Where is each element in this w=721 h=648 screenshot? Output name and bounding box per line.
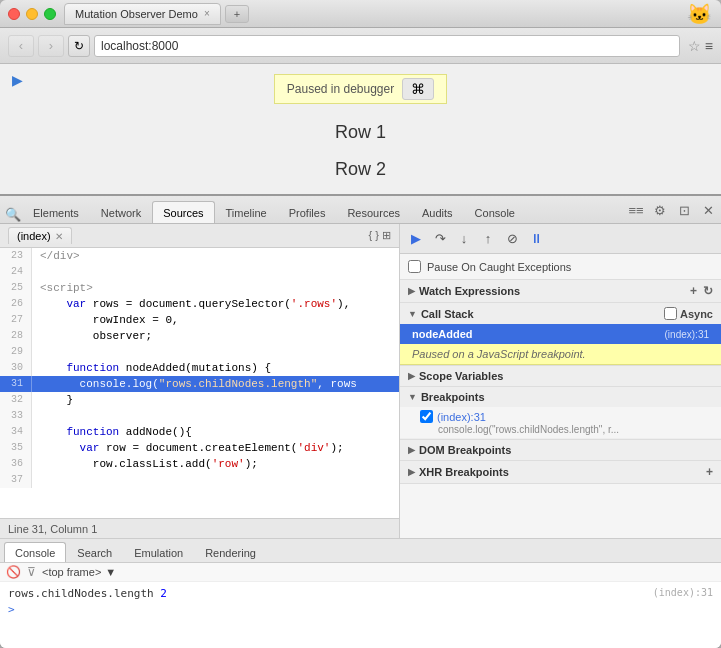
breakpoint-checkbox[interactable] xyxy=(420,410,433,423)
sources-file-tabbar: (index) ✕ { } ⊞ xyxy=(0,224,399,248)
breakpoints-header[interactable]: ▼ Breakpoints xyxy=(400,387,721,407)
debugger-notification: Paused in debugger ⌘ xyxy=(274,74,447,104)
code-line-23: 23 </div> xyxy=(0,248,399,264)
console-filter-icon[interactable]: ⊽ xyxy=(27,565,36,579)
scope-variables-header[interactable]: ▶ Scope Variables xyxy=(400,366,721,386)
url-text: localhost:8000 xyxy=(101,39,178,53)
file-tab-index[interactable]: (index) ✕ xyxy=(8,227,72,244)
dom-breakpoints-section: ▶ DOM Breakpoints xyxy=(400,440,721,461)
frame-dropdown-icon[interactable]: ▼ xyxy=(105,566,116,578)
frame-selector: <top frame> ▼ xyxy=(42,566,116,578)
step-into-button[interactable]: ↓ xyxy=(454,229,474,249)
debugger-sections: Pause On Caught Exceptions ▶ Watch Expre… xyxy=(400,254,721,538)
tab-console[interactable]: Console xyxy=(464,201,526,223)
debugger-message: Paused in debugger xyxy=(287,82,394,96)
breakpoint-item-31: (index):31 console.log("rows.childNodes.… xyxy=(400,407,721,439)
breakpoint-label: (index):31 xyxy=(437,411,486,423)
forward-button[interactable]: › xyxy=(38,35,64,57)
code-editor[interactable]: 23 </div> 24 25 <script> 26 var rows = d… xyxy=(0,248,399,518)
refresh-button[interactable]: ↻ xyxy=(68,35,90,57)
watch-expressions-label: Watch Expressions xyxy=(419,285,520,297)
settings-icon[interactable]: ⚙ xyxy=(651,201,669,219)
clear-console-button[interactable]: 🚫 xyxy=(6,565,21,579)
console-tab-rendering[interactable]: Rendering xyxy=(194,542,267,562)
scope-variables-label: Scope Variables xyxy=(419,370,503,382)
resume-execution-button[interactable]: ▶ xyxy=(406,229,426,249)
xhr-bp-arrow: ▶ xyxy=(408,467,415,477)
code-line-34: 34 function addNode(){ xyxy=(0,424,399,440)
back-icon: ‹ xyxy=(19,38,23,53)
code-line-37: 37 xyxy=(0,472,399,488)
tab-close-button[interactable]: × xyxy=(204,8,210,19)
breakpoints-arrow: ▼ xyxy=(408,392,417,402)
file-search-icon[interactable]: ⊞ xyxy=(382,229,391,242)
console-tab-emulation[interactable]: Emulation xyxy=(123,542,194,562)
back-button[interactable]: ‹ xyxy=(8,35,34,57)
close-button[interactable] xyxy=(8,8,20,20)
step-out-button[interactable]: ↑ xyxy=(478,229,498,249)
debug-toolbar: ▶ ↷ ↓ ↑ ⊘ ⏸ xyxy=(400,224,721,254)
cursor-position: Line 31, Column 1 xyxy=(8,523,97,535)
console-tab-console[interactable]: Console xyxy=(4,542,66,562)
customize-devtools-icon[interactable]: ≡≡ xyxy=(627,201,645,219)
xhr-breakpoints-label: XHR Breakpoints xyxy=(419,466,509,478)
resume-button[interactable]: ⌘ xyxy=(402,78,434,100)
devtools-toolbar-icons: ≡≡ ⚙ ⊡ ✕ xyxy=(627,201,717,223)
sources-panel: (index) ✕ { } ⊞ 23 </div> 24 xyxy=(0,224,400,538)
dom-breakpoints-header[interactable]: ▶ DOM Breakpoints xyxy=(400,440,721,460)
tab-sources[interactable]: Sources xyxy=(152,201,214,223)
tab-title: Mutation Observer Demo xyxy=(75,8,198,20)
close-devtools-icon[interactable]: ✕ xyxy=(699,201,717,219)
watch-section-actions: + ↻ xyxy=(690,284,713,298)
call-stack-header[interactable]: ▼ Call Stack Async xyxy=(400,303,721,324)
callstack-location: (index):31 xyxy=(665,329,709,340)
code-line-30: 30 function nodeAdded(mutations) { xyxy=(0,360,399,376)
breakpoint-item-header: (index):31 xyxy=(420,410,713,423)
bookmark-button[interactable]: ☆ xyxy=(688,38,701,54)
dom-breakpoints-label: DOM Breakpoints xyxy=(419,444,511,456)
browser-tab[interactable]: Mutation Observer Demo × xyxy=(64,3,221,25)
file-tab-close-icon[interactable]: ✕ xyxy=(55,231,63,242)
dock-icon[interactable]: ⊡ xyxy=(675,201,693,219)
maximize-button[interactable] xyxy=(44,8,56,20)
code-line-31: 31 console.log("rows.childNodes.length",… xyxy=(0,376,399,392)
tab-resources[interactable]: Resources xyxy=(336,201,411,223)
console-tab-search[interactable]: Search xyxy=(66,542,123,562)
tab-network[interactable]: Network xyxy=(90,201,152,223)
console-log-entry: rows.childNodes.length 2 (index):31 xyxy=(8,586,713,601)
deactivate-breakpoints-button[interactable]: ⊘ xyxy=(502,229,522,249)
scope-arrow: ▶ xyxy=(408,371,415,381)
code-line-24: 24 xyxy=(0,264,399,280)
watch-expand-arrow: ▶ xyxy=(408,286,415,296)
add-xhr-breakpoint-button[interactable]: + xyxy=(706,465,713,479)
callstack-fn-name: nodeAdded xyxy=(412,328,473,340)
add-watch-button[interactable]: + xyxy=(690,284,697,298)
menu-button[interactable]: ≡ xyxy=(705,38,713,54)
callstack-item-nodeAdded[interactable]: nodeAdded (index):31 xyxy=(400,324,721,344)
new-tab-button[interactable]: + xyxy=(225,5,249,23)
tab-elements[interactable]: Elements xyxy=(22,201,90,223)
paused-message: Paused on a JavaScript breakpoint. xyxy=(400,344,721,365)
tab-profiles[interactable]: Profiles xyxy=(278,201,337,223)
tab-audits[interactable]: Audits xyxy=(411,201,464,223)
file-format-icon[interactable]: { } xyxy=(369,229,379,242)
minimize-button[interactable] xyxy=(26,8,38,20)
console-log-value: 2 xyxy=(160,587,167,600)
step-over-button[interactable]: ↷ xyxy=(430,229,450,249)
refresh-watch-button[interactable]: ↻ xyxy=(703,284,713,298)
pause-on-exception-button[interactable]: ⏸ xyxy=(526,229,546,249)
pause-on-caught-checkbox[interactable] xyxy=(408,260,421,273)
watch-expressions-header[interactable]: ▶ Watch Expressions + ↻ xyxy=(400,280,721,302)
async-checkbox[interactable] xyxy=(664,307,677,320)
forward-icon: › xyxy=(49,38,53,53)
tab-timeline[interactable]: Timeline xyxy=(215,201,278,223)
console-input[interactable] xyxy=(19,603,713,616)
devtools-search-icon[interactable]: 🔍 xyxy=(4,205,22,223)
call-stack-label: Call Stack xyxy=(421,308,474,320)
console-output: rows.childNodes.length 2 (index):31 > xyxy=(0,582,721,648)
address-bar[interactable]: localhost:8000 xyxy=(94,35,680,57)
console-tabbar: Console Search Emulation Rendering xyxy=(0,539,721,563)
console-toolbar: 🚫 ⊽ <top frame> ▼ xyxy=(0,563,721,582)
xhr-breakpoints-header[interactable]: ▶ XHR Breakpoints + xyxy=(400,461,721,483)
console-input-line: > xyxy=(8,601,713,618)
